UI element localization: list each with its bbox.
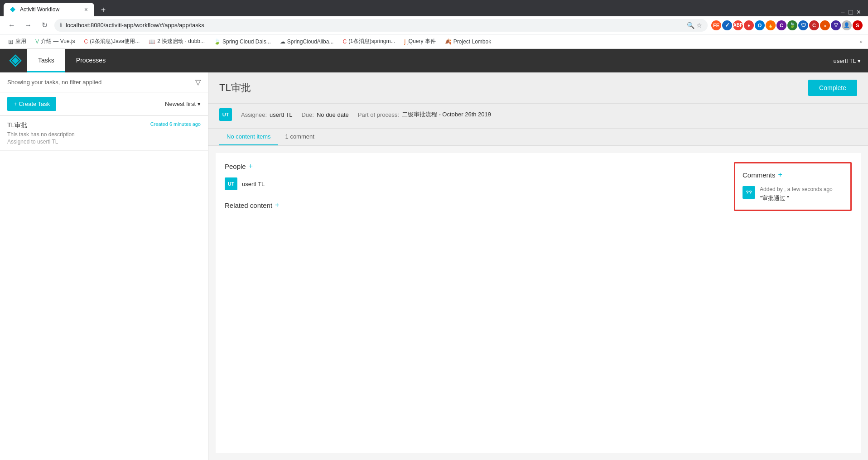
browser-toolbar: ← → ↻ ℹ localhost:8080/activiti-app/work… xyxy=(0,16,868,34)
ext-abp[interactable]: ABP xyxy=(733,20,743,30)
bookmark-alibaba[interactable]: ☁ SpringCloudAliba... xyxy=(277,38,337,46)
ext-shield[interactable]: 🛡 xyxy=(798,20,808,30)
assignee-value: usertl TL xyxy=(270,111,292,118)
java-icon: C xyxy=(84,38,88,45)
detail-title: TL审批 xyxy=(219,81,251,95)
detail-body: People + UT usertl TL Related content + xyxy=(216,153,861,453)
assignee-meta: Assignee: usertl TL xyxy=(241,111,292,118)
comment-text: "审批通过 " xyxy=(760,194,843,202)
alibaba-icon: ☁ xyxy=(280,38,285,45)
detail-meta: UT Assignee: usertl TL Due: No due date … xyxy=(208,104,868,129)
back-btn[interactable]: ← xyxy=(5,19,18,32)
process-value: 二级审批流程 - October 26th 2019 xyxy=(402,110,491,119)
comment-content: Added by , a few seconds ago "审批通过 " xyxy=(760,186,843,202)
jquery-label: jQuery 事件 xyxy=(407,38,436,45)
related-content-section: Related content + xyxy=(225,201,709,209)
tab-tasks[interactable]: Tasks xyxy=(27,49,65,72)
ext-orange[interactable]: ⬦ xyxy=(820,20,830,30)
ext-user[interactable]: 👤 xyxy=(842,20,852,30)
dubbo-label: 2 快速启动 · dubb... xyxy=(157,38,205,45)
person-avatar: UT xyxy=(225,177,237,190)
tab-comments[interactable]: 1 comment xyxy=(278,129,322,145)
user-menu[interactable]: usertl TL ▾ xyxy=(826,58,868,64)
filter-icon[interactable]: ▽ xyxy=(195,78,201,86)
jquery-icon: j xyxy=(404,38,405,45)
ext-leaf[interactable]: 🍃 xyxy=(787,20,797,30)
ext-red2[interactable]: C xyxy=(809,20,819,30)
ext-fire[interactable]: 🔥 xyxy=(766,20,776,30)
tab-title: Activiti Workflow xyxy=(20,6,80,13)
sort-chevron-icon: ▾ xyxy=(198,101,201,107)
bookmark-lombok[interactable]: 🍂 Project Lombok xyxy=(442,38,494,46)
due-value: No due date xyxy=(317,111,349,118)
assignee-avatar: UT xyxy=(219,108,232,121)
ext-down[interactable]: ▽ xyxy=(831,20,841,30)
forward-btn[interactable]: → xyxy=(22,19,34,32)
bookmark-icon[interactable]: ☆ xyxy=(696,22,702,29)
address-bar[interactable]: ℹ localhost:8080/activiti-app/workflow/#… xyxy=(54,19,708,32)
active-tab[interactable]: Activiti Workflow × xyxy=(4,3,94,16)
sort-control[interactable]: Newest first ▾ xyxy=(165,101,201,107)
vue-icon: V xyxy=(35,38,39,45)
people-add-btn[interactable]: + xyxy=(249,162,253,170)
filter-bar: Showing your tasks, no filter applied ▽ xyxy=(0,72,208,92)
sidebar-actions: + Create Task Newest first ▾ xyxy=(0,92,208,116)
assignee-label: Assignee: xyxy=(241,111,267,118)
spring-icon: 🍃 xyxy=(214,38,221,45)
ext-fe[interactable]: FE xyxy=(711,20,721,30)
list-item[interactable]: TL审批 Created 6 minutes ago This task has… xyxy=(0,116,208,151)
browser-close-btn[interactable]: × xyxy=(857,8,861,16)
minimize-btn[interactable]: − xyxy=(841,8,845,16)
ext-office[interactable]: O xyxy=(755,20,765,30)
comments-section-title: Comments + xyxy=(743,171,843,179)
bookmarks-bar: ⊞ 应用 V 介绍 — Vue.js C (2条消息)Java使用... 📖 2… xyxy=(0,34,868,49)
detail-panel: TL审批 Complete UT Assignee: usertl TL Due… xyxy=(208,72,868,460)
vue-label: 介绍 — Vue.js xyxy=(41,38,75,45)
bookmark-vue[interactable]: V 介绍 — Vue.js xyxy=(33,37,78,46)
create-task-button[interactable]: + Create Task xyxy=(7,97,56,111)
java-label: (2条消息)Java使用... xyxy=(90,38,140,45)
tab-processes[interactable]: Processes xyxy=(65,49,116,72)
tab-no-content[interactable]: No content items xyxy=(219,129,278,145)
related-section-title: Related content + xyxy=(225,201,709,209)
comments-box: Comments + ?? Added by , a few seconds a… xyxy=(734,162,852,211)
app-content: Tasks Processes usertl TL ▾ Showing your… xyxy=(0,49,868,460)
ext-chrome[interactable]: C xyxy=(776,20,786,30)
lombok-label: Project Lombok xyxy=(453,38,491,45)
bookmark-dubbo[interactable]: 📖 2 快速启动 · dubb... xyxy=(146,37,207,46)
task-description: This task has no description xyxy=(7,131,201,138)
filter-text: Showing your tasks, no filter applied xyxy=(7,79,101,86)
maximize-btn[interactable]: □ xyxy=(849,8,853,16)
bookmark-apps[interactable]: ⊞ 应用 xyxy=(5,37,29,46)
comment-meta: Added by , a few seconds ago xyxy=(760,186,843,192)
reload-btn[interactable]: ↻ xyxy=(38,19,51,32)
ext-red[interactable]: ♦ xyxy=(744,20,754,30)
more-bookmarks[interactable]: » xyxy=(859,38,863,45)
sidebar: Showing your tasks, no filter applied ▽ … xyxy=(0,72,208,460)
task-item-header: TL审批 Created 6 minutes ago xyxy=(7,121,201,129)
complete-button[interactable]: Complete xyxy=(808,80,857,96)
bookmark-java[interactable]: C (2条消息)Java使用... xyxy=(82,37,143,46)
bookmark-spring[interactable]: 🍃 Spring Cloud Dals... xyxy=(211,38,274,46)
task-assigned: Assigned to usertl TL xyxy=(7,139,201,145)
apps-icon: ⊞ xyxy=(8,38,14,45)
secure-icon: ℹ xyxy=(60,22,62,29)
content-tabs: No content items 1 comment xyxy=(208,129,868,146)
bookmark-springm[interactable]: C (1条消息)springm... xyxy=(340,37,398,46)
ext-check[interactable]: ✓ xyxy=(722,20,732,30)
comment-avatar: ?? xyxy=(743,186,755,199)
app-logo xyxy=(7,53,24,69)
app-header: Tasks Processes usertl TL ▾ xyxy=(0,49,868,72)
apps-label: 应用 xyxy=(15,38,26,45)
task-list: TL审批 Created 6 minutes ago This task has… xyxy=(0,116,208,460)
tab-close-btn[interactable]: × xyxy=(83,5,89,14)
related-add-btn[interactable]: + xyxy=(275,201,279,209)
spring-label: Spring Cloud Dals... xyxy=(222,38,271,45)
new-tab-btn[interactable]: + xyxy=(97,4,110,16)
springm-label: (1条消息)springm... xyxy=(348,38,395,45)
extension-icons: FE ✓ ABP ♦ O 🔥 C 🍃 🛡 C ⬦ ▽ 👤 S xyxy=(711,20,863,30)
comments-add-btn[interactable]: + xyxy=(778,171,782,179)
ext-red3[interactable]: S xyxy=(853,20,863,30)
due-meta: Due: No due date xyxy=(301,111,348,118)
bookmark-jquery[interactable]: j jQuery 事件 xyxy=(401,37,438,46)
